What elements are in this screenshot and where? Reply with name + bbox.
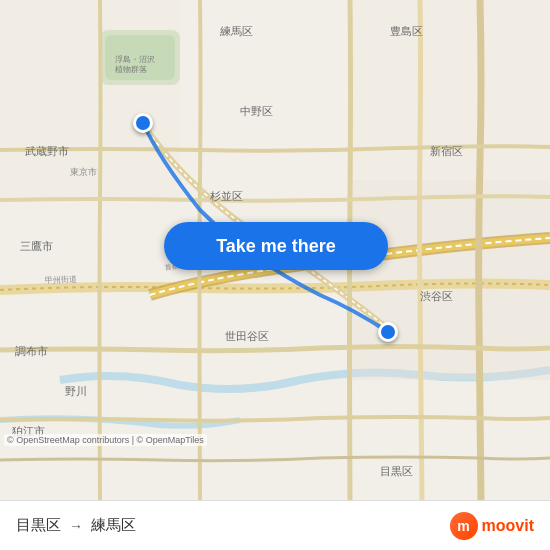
svg-text:杉並区: 杉並区 xyxy=(209,190,243,202)
svg-text:東京市: 東京市 xyxy=(70,167,97,177)
take-me-there-button[interactable]: Take me there xyxy=(164,222,388,270)
svg-text:野川: 野川 xyxy=(65,385,87,397)
moovit-logo: m moovit xyxy=(450,512,534,540)
moovit-text: moovit xyxy=(482,517,534,535)
destination-marker xyxy=(378,322,398,342)
svg-text:練馬区: 練馬区 xyxy=(219,25,253,37)
svg-text:渋谷区: 渋谷区 xyxy=(420,290,453,302)
map-container: 武蔵野市 三鷹市 調布市 狛江市 練馬区 豊島区 中野区 杉並区 新宿区 世田谷… xyxy=(0,0,550,500)
svg-text:世田谷区: 世田谷区 xyxy=(225,330,269,342)
moovit-logo-icon: m xyxy=(450,512,478,540)
to-label: 練馬区 xyxy=(91,516,136,535)
origin-marker xyxy=(133,113,153,133)
svg-text:豊島区: 豊島区 xyxy=(390,25,423,37)
svg-text:中野区: 中野区 xyxy=(240,105,273,117)
svg-text:目黒区: 目黒区 xyxy=(380,465,413,477)
svg-text:新宿区: 新宿区 xyxy=(430,145,463,157)
moovit-icon-letter: m xyxy=(457,518,469,534)
map-copyright: © OpenStreetMap contributors | © OpenMap… xyxy=(4,434,207,446)
svg-text:植物群落: 植物群落 xyxy=(115,65,147,74)
route-labels: 目黒区 → 練馬区 xyxy=(16,516,136,535)
arrow-icon: → xyxy=(69,518,83,534)
svg-text:調布市: 調布市 xyxy=(15,345,48,357)
svg-text:三鷹市: 三鷹市 xyxy=(20,240,53,252)
svg-text:甲州街道: 甲州街道 xyxy=(45,275,77,285)
from-label: 目黒区 xyxy=(16,516,61,535)
svg-text:武蔵野市: 武蔵野市 xyxy=(25,145,69,157)
svg-text:浮島・沼沢: 浮島・沼沢 xyxy=(115,55,155,64)
bottom-bar: 目黒区 → 練馬区 m moovit xyxy=(0,500,550,550)
